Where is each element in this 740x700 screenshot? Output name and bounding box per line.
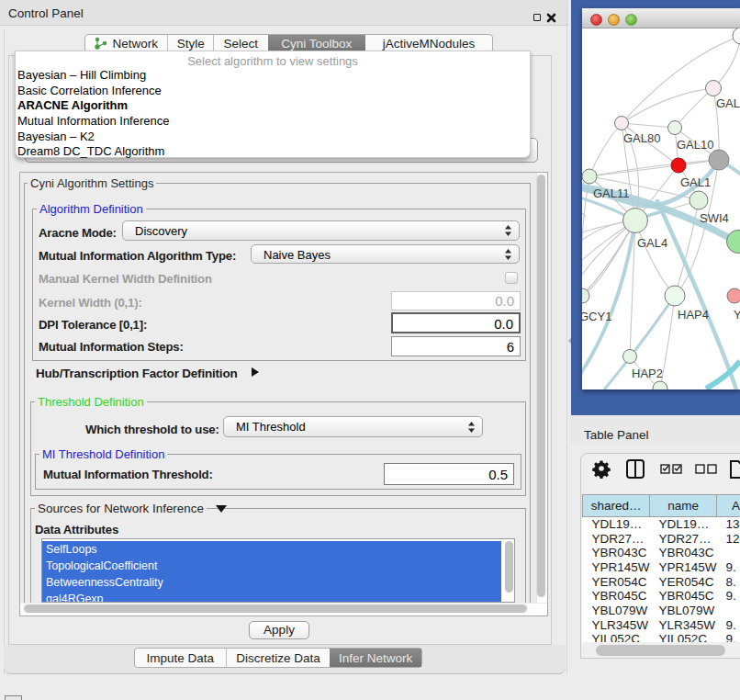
svg-text:GAL10: GAL10 [677,138,713,152]
svg-text:GCY1: GCY1 [582,310,611,323]
svg-text:HAP4: HAP4 [678,308,709,322]
svg-text:GAL80: GAL80 [623,131,660,145]
svg-text:Y: Y [734,308,740,322]
svg-text:GAL4: GAL4 [637,236,667,250]
svg-text:SWI4: SWI4 [700,211,729,225]
svg-text:GAL11: GAL11 [593,186,630,200]
svg-text:HAP2: HAP2 [632,367,663,380]
svg-text:GAL1: GAL1 [680,175,711,189]
svg-text:GAL: GAL [716,96,740,110]
